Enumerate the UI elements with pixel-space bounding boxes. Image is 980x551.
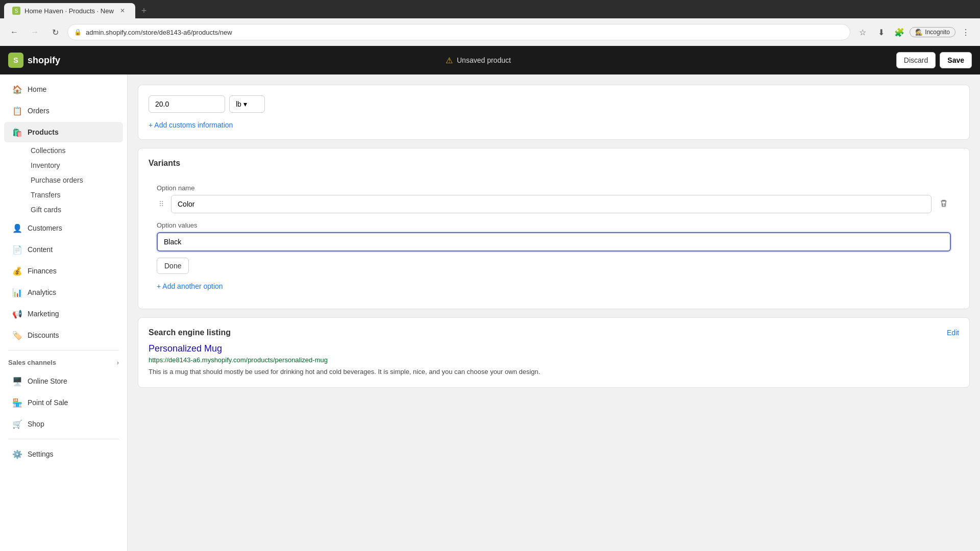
sidebar-label-shop: Shop [28, 420, 44, 428]
lock-icon: 🔒 [74, 29, 82, 36]
sidebar-label-products: Products [28, 128, 59, 136]
seo-edit-link[interactable]: Edit [947, 329, 959, 337]
seo-header: Search engine listing Edit [149, 328, 959, 337]
variants-card: Variants Option name ⠿ Option values [138, 148, 970, 309]
back-button[interactable]: ← [6, 24, 22, 40]
sidebar-item-transfers[interactable]: Transfers [27, 188, 123, 202]
seo-description: This is a mug that should mostly be used… [149, 367, 959, 377]
sidebar-item-online-store[interactable]: 🖥️ Online Store [4, 371, 123, 391]
sales-channels-section[interactable]: Sales channels › [0, 355, 127, 370]
url-text: admin.shopify.com/store/de8143-a6/produc… [86, 29, 232, 36]
weight-unit-chevron: ▾ [243, 100, 247, 108]
sidebar-item-products[interactable]: 🛍️ Products [4, 122, 123, 142]
sidebar-item-collections[interactable]: Collections [27, 143, 123, 158]
sidebar-item-analytics[interactable]: 📊 Analytics [4, 282, 123, 303]
sidebar-item-home[interactable]: 🏠 Home [4, 79, 123, 99]
weight-card: lb ▾ + Add customs information [138, 85, 970, 140]
sidebar-item-shop[interactable]: 🛒 Shop [4, 414, 123, 434]
sidebar-label-marketing: Marketing [28, 310, 59, 318]
shopify-logo: S shopify [8, 53, 60, 68]
browser-tabs: S Home Haven · Products · New ✕ + [0, 0, 980, 18]
option-name-input[interactable] [171, 195, 932, 213]
incognito-badge[interactable]: 🕵 Incognito [910, 27, 955, 37]
sidebar-item-finances[interactable]: 💰 Finances [4, 261, 123, 281]
add-another-option-label: + Add another option [157, 282, 223, 290]
sidebar-item-orders[interactable]: 📋 Orders [4, 101, 123, 121]
main-content: lb ▾ + Add customs information Variants … [128, 74, 980, 551]
bookmark-button[interactable]: ☆ [854, 24, 871, 40]
add-another-option-link[interactable]: + Add another option [157, 282, 951, 290]
seo-product-title[interactable]: Personalized Mug [149, 343, 959, 354]
sidebar-label-home: Home [28, 85, 46, 93]
customers-icon: 👤 [12, 223, 22, 233]
analytics-icon: 📊 [12, 287, 22, 297]
sidebar-label-settings: Settings [28, 450, 54, 458]
sidebar-label-customers: Customers [28, 224, 62, 232]
weight-unit-value: lb [236, 100, 241, 108]
menu-button[interactable]: ⋮ [958, 24, 974, 40]
shopify-logo-icon: S [8, 53, 23, 68]
sidebar-label-discounts: Discounts [28, 331, 59, 339]
sidebar-divider-1 [8, 350, 119, 350]
active-tab[interactable]: S Home Haven · Products · New ✕ [4, 3, 135, 18]
address-bar[interactable]: 🔒 admin.shopify.com/store/de8143-a6/prod… [67, 24, 850, 40]
sidebar-label-point-of-sale: Point of Sale [28, 398, 68, 407]
browser-nav: ← → ↻ 🔒 admin.shopify.com/store/de8143-a… [0, 18, 980, 46]
sidebar-item-settings[interactable]: ⚙️ Settings [4, 444, 123, 464]
tab-favicon: S [12, 7, 20, 15]
unsaved-product-badge: ⚠ Unsaved product [446, 56, 511, 65]
sidebar-item-inventory[interactable]: Inventory [27, 158, 123, 172]
sidebar-item-customers[interactable]: 👤 Customers [4, 218, 123, 238]
option-name-label: Option name [157, 184, 951, 192]
sidebar-label-online-store: Online Store [28, 377, 67, 385]
sidebar-item-discounts[interactable]: 🏷️ Discounts [4, 325, 123, 345]
forward-button[interactable]: → [27, 24, 43, 40]
marketing-icon: 📢 [12, 309, 22, 319]
weight-unit-select[interactable]: lb ▾ [229, 95, 265, 113]
extensions-button[interactable]: 🧩 [891, 24, 908, 40]
topbar: S shopify ⚠ Unsaved product Discard Save [0, 46, 980, 74]
new-tab-button[interactable]: + [137, 4, 151, 18]
option-name-row: ⠿ [157, 195, 951, 213]
sidebar: 🏠 Home 📋 Orders 🛍️ Products Collections … [0, 74, 128, 551]
sidebar-item-marketing[interactable]: 📢 Marketing [4, 304, 123, 324]
option-values-label: Option values [157, 221, 951, 229]
sales-channels-label: Sales channels [8, 359, 56, 366]
incognito-icon: 🕵 [915, 29, 923, 36]
home-icon: 🏠 [12, 84, 22, 94]
drag-handle[interactable]: ⠿ [157, 198, 166, 210]
weight-row: lb ▾ [149, 95, 959, 113]
unsaved-label: Unsaved product [457, 56, 511, 64]
download-button[interactable]: ⬇ [873, 24, 889, 40]
reload-button[interactable]: ↻ [47, 24, 63, 40]
option-values-section: Option values Done [157, 221, 951, 274]
nav-actions: ☆ ⬇ 🧩 🕵 Incognito ⋮ [854, 24, 974, 40]
sidebar-label-orders: Orders [28, 107, 50, 115]
tab-close-button[interactable]: ✕ [118, 6, 127, 15]
sidebar-divider-2 [8, 439, 119, 439]
weight-input[interactable] [149, 95, 225, 113]
point-of-sale-icon: 🏪 [12, 397, 22, 408]
discard-button[interactable]: Discard [896, 52, 936, 68]
incognito-label: Incognito [925, 29, 950, 36]
seo-url: https://de8143-a6.myshopify.com/products… [149, 356, 959, 364]
delete-option-button[interactable] [937, 196, 951, 212]
sidebar-label-analytics: Analytics [28, 288, 56, 296]
finances-icon: 💰 [12, 266, 22, 276]
topbar-center: ⚠ Unsaved product [68, 56, 888, 65]
sidebar-item-purchase-orders[interactable]: Purchase orders [27, 173, 123, 187]
add-customs-label: + Add customs information [149, 121, 233, 129]
done-button[interactable]: Done [157, 258, 189, 274]
sidebar-item-gift-cards[interactable]: Gift cards [27, 203, 123, 217]
sidebar-item-point-of-sale[interactable]: 🏪 Point of Sale [4, 392, 123, 413]
content-icon: 📄 [12, 244, 22, 255]
variants-title: Variants [149, 159, 959, 168]
sidebar-item-content[interactable]: 📄 Content [4, 239, 123, 260]
sidebar-label-finances: Finances [28, 267, 57, 275]
sidebar-label-content: Content [28, 245, 53, 254]
add-customs-link[interactable]: + Add customs information [149, 121, 959, 129]
seo-card: Search engine listing Edit Personalized … [138, 317, 970, 388]
option-value-input[interactable] [157, 232, 951, 252]
save-button[interactable]: Save [940, 52, 972, 68]
online-store-icon: 🖥️ [12, 376, 22, 386]
